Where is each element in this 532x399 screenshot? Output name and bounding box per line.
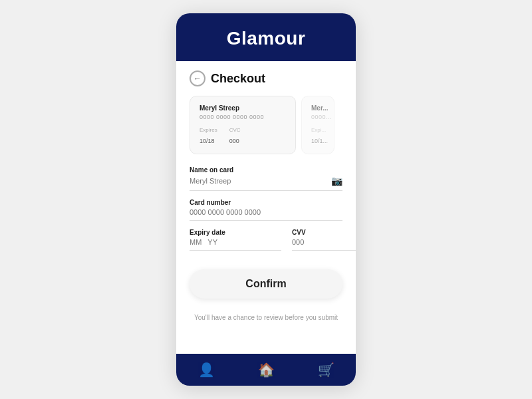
- confirm-button[interactable]: Confirm: [190, 269, 342, 299]
- camera-icon[interactable]: 📷: [331, 176, 342, 186]
- checkout-title: Checkout: [211, 72, 265, 86]
- phone-container: Glamour ← Checkout Meryl Streep 0000 000…: [176, 13, 356, 386]
- card-secondary-expires-label: Expi...: [311, 127, 328, 133]
- cvv-group: CVV: [292, 229, 356, 251]
- card-number-group: Card number: [190, 199, 342, 221]
- nav-profile-icon[interactable]: 👤: [198, 362, 215, 378]
- checkout-title-row: ← Checkout: [190, 70, 342, 86]
- bottom-nav: 👤 🏠 🛒: [176, 354, 356, 386]
- cvc-value: 000: [229, 138, 239, 144]
- card-secondary-expires-group: Expi... 10/1...: [311, 127, 328, 146]
- expiry-date-group: Expiry date: [190, 229, 281, 251]
- card-secondary-meta: Expi... 10/1...: [311, 127, 325, 146]
- cvv-label: CVV: [292, 229, 356, 236]
- expiry-date-label: Expiry date: [190, 229, 281, 236]
- name-on-card-input[interactable]: [190, 177, 331, 185]
- app-title: Glamour: [187, 28, 345, 49]
- card-secondary[interactable]: Mer... 0000... Expi... 10/1...: [301, 96, 334, 154]
- card-number-input-row: [190, 208, 342, 216]
- cards-carousel: Meryl Streep 0000 0000 0000 0000 Expires…: [190, 96, 342, 154]
- expiry-date-input-row: [190, 238, 281, 246]
- name-on-card-input-row: 📷: [190, 176, 342, 186]
- main-content: ← Checkout Meryl Streep 0000 0000 0000 0…: [176, 61, 356, 354]
- card-name: Meryl Streep: [200, 104, 286, 112]
- card-secondary-name: Mer...: [311, 104, 325, 112]
- name-on-card-label: Name on card: [190, 166, 342, 174]
- back-icon: ←: [194, 74, 201, 83]
- back-button[interactable]: ←: [190, 70, 205, 86]
- cvc-label: CVC: [229, 127, 241, 133]
- card-number-label: Card number: [190, 199, 342, 206]
- expires-value: 10/18: [200, 138, 215, 144]
- expiry-date-input[interactable]: [190, 238, 281, 246]
- app-header: Glamour: [176, 13, 356, 61]
- nav-home-icon[interactable]: 🏠: [258, 362, 275, 378]
- card-secondary-expires-value: 10/1...: [311, 138, 328, 144]
- card-primary[interactable]: Meryl Streep 0000 0000 0000 0000 Expires…: [190, 96, 296, 154]
- card-number: 0000 0000 0000 0000: [200, 114, 286, 120]
- cvc-group: CVC 000: [229, 127, 241, 146]
- cvv-input-row: [292, 238, 356, 246]
- expiry-cvv-row: Expiry date CVV: [190, 229, 342, 251]
- review-text: You'll have a chance to review before yo…: [190, 313, 342, 323]
- nav-bag-icon[interactable]: 🛒: [318, 362, 334, 378]
- card-meta: Expires 10/18 CVC 000: [200, 127, 286, 146]
- card-number-input[interactable]: [190, 208, 342, 216]
- payment-form: Name on card 📷 Card number Expiry date: [190, 166, 342, 323]
- expires-label: Expires: [200, 127, 217, 133]
- cvv-input[interactable]: [292, 238, 356, 246]
- name-on-card-group: Name on card 📷: [190, 166, 342, 191]
- card-secondary-number: 0000...: [311, 114, 325, 120]
- expires-group: Expires 10/18: [200, 127, 217, 146]
